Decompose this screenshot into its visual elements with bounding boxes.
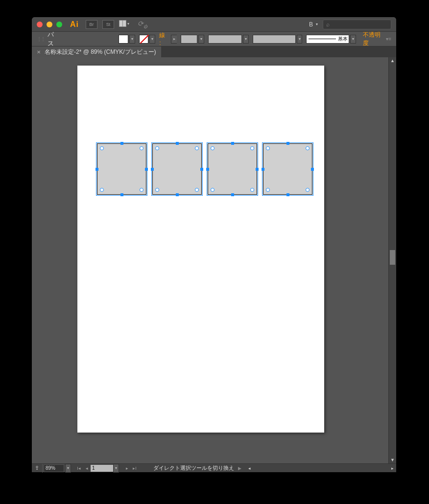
anchor-point[interactable] [306,188,310,192]
selection-handle[interactable] [231,193,234,196]
share-icon[interactable]: ⇪ [32,464,43,473]
app-logo: Ai [70,20,79,29]
selection-handle[interactable] [120,193,123,196]
status-bar: ⇪ 89% ▾ I◂ ◂ 1 ▾ ▸ ▸I ダイレクト選択ツールを切り換え ▶ … [32,463,396,472]
stroke-weight-label: 線 : [159,31,168,46]
arrange-documents-icon[interactable]: ▾ [119,20,131,29]
document-title: 名称未設定-2* @ 89% (CMYK/プレビュー) [45,48,156,56]
search-icon: ⌕ [326,21,330,28]
var-width-profile[interactable] [208,35,242,44]
brush-dropdown[interactable]: ▾ [350,35,356,44]
document-tab[interactable]: ✕ 名称未設定-2* @ 89% (CMYK/プレビュー) [32,46,161,57]
anchor-point[interactable] [266,146,270,150]
stroke-swatch[interactable] [139,35,149,44]
brush-preview-icon [309,39,336,39]
close-icon[interactable] [37,22,43,27]
anchor-point[interactable] [100,188,104,192]
vertical-scrollbar[interactable]: ▲ ▼ [388,57,396,463]
selection-outline [151,142,203,196]
anchor-point[interactable] [155,188,159,192]
status-hint: ダイレクト選択ツールを切り換え [153,464,234,472]
selection-outline [262,142,313,196]
stroke-dropdown[interactable]: ▾ [149,35,155,44]
anchor-point[interactable] [155,146,159,150]
zoom-dropdown[interactable]: ▾ [65,464,71,473]
status-separator: ▶ [238,466,241,471]
control-bar: ⋮⋮ パス ▾ ▾ 線 : ▸ ▾ ▾ ▾ 基本 ▾ 不透明度 ▾≡ [32,32,396,46]
artboard-number-input[interactable]: 1 [91,465,113,472]
selection-handle[interactable] [176,193,179,196]
anchor-point[interactable] [250,146,254,150]
anchor-point[interactable] [100,146,104,150]
var-width-dropdown[interactable]: ▾ [243,35,249,44]
fill-swatch[interactable] [119,35,128,44]
selection-handle[interactable] [151,168,154,171]
grip-icon: ⋮⋮ [37,36,45,42]
brush-definition[interactable]: 基本 [306,35,349,44]
stroke-weight-stepper[interactable]: ▸ [171,35,177,44]
artboard-dropdown[interactable]: ▾ [113,464,119,473]
selection-handle[interactable] [200,168,203,171]
selection-handle[interactable] [286,142,289,145]
anchor-point[interactable] [211,188,214,192]
workspace-switcher[interactable]: B ▾ [309,21,318,28]
scroll-up-icon[interactable]: ▲ [389,57,396,64]
stroke-style-select[interactable] [253,35,296,44]
anchor-point[interactable] [195,146,199,150]
minimize-icon[interactable] [47,22,52,27]
selection-handle[interactable] [176,142,179,145]
zoom-input[interactable]: 89% [44,464,64,472]
search-input[interactable]: ⌕ [323,20,391,29]
zoom-icon[interactable] [56,22,62,27]
stroke-weight-dropdown[interactable]: ▾ [198,35,204,44]
titlebar: Ai Br St ▾ ⟳⏻ B ▾ ⌕ [32,17,396,32]
anchor-point[interactable] [306,146,310,150]
last-artboard-icon[interactable]: ▸I [131,464,139,472]
anchor-point[interactable] [266,188,270,192]
selection-handle[interactable] [256,168,259,171]
anchor-point[interactable] [140,188,143,192]
scroll-left-icon[interactable]: ◂ [246,466,252,471]
selection-handle[interactable] [286,193,289,196]
first-artboard-icon[interactable]: I◂ [75,464,83,472]
close-tab-icon[interactable]: ✕ [37,49,41,55]
selection-handle[interactable] [120,142,123,145]
selection-handle[interactable] [145,168,148,171]
stock-button[interactable]: St [102,20,114,29]
fill-dropdown[interactable]: ▾ [129,35,135,44]
opacity-label: 不透明度 [363,31,386,47]
stroke-weight-input[interactable] [181,35,197,44]
scroll-right-icon[interactable]: ▸ [389,466,395,471]
anchor-point[interactable] [250,188,254,192]
anchor-point[interactable] [195,188,199,192]
horizontal-scrollbar[interactable]: ◂ ▸ [246,464,395,472]
selection-handle[interactable] [262,168,264,171]
anchor-point[interactable] [140,146,143,150]
selection-handle[interactable] [231,142,234,145]
selection-handle[interactable] [95,168,98,171]
bridge-button[interactable]: Br [86,20,97,29]
chevron-down-icon: ▾ [316,22,318,26]
selection-handle[interactable] [311,168,314,171]
canvas[interactable] [32,57,388,463]
next-artboard-icon[interactable]: ▸ [123,464,131,472]
selection-handle[interactable] [206,168,209,171]
anchor-point[interactable] [211,146,214,150]
gpu-icon[interactable]: ⟳⏻ [138,20,147,29]
scroll-thumb[interactable] [390,250,395,265]
scroll-down-icon[interactable]: ▼ [389,457,396,463]
panel-menu-icon[interactable]: ▾≡ [386,36,391,42]
prev-artboard-icon[interactable]: ◂ [83,464,91,472]
selection-type-label: パス [48,30,60,48]
window-controls [37,22,62,27]
selection-outline [96,142,147,196]
scroll-track[interactable] [389,64,396,457]
artboard [77,66,324,433]
selection-outline [207,142,258,196]
stroke-style-dropdown[interactable]: ▾ [297,35,303,44]
document-tab-bar: ✕ 名称未設定-2* @ 89% (CMYK/プレビュー) [32,46,396,57]
app-window: Ai Br St ▾ ⟳⏻ B ▾ ⌕ ⋮⋮ パス ▾ ▾ 線 : ▸ ▾ ▾ [32,17,396,472]
